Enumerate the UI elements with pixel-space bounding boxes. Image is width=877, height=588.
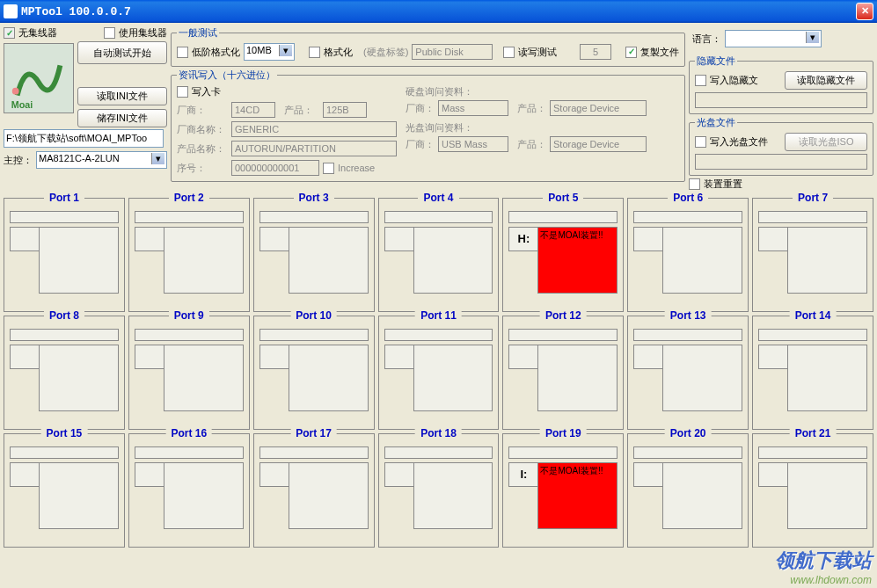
low-format-checkbox[interactable] — [177, 47, 188, 58]
hidden-path-input[interactable] — [695, 92, 867, 108]
port-11: Port 11 — [378, 316, 500, 430]
product-label: 产品： — [284, 104, 319, 117]
port-progress — [384, 211, 493, 223]
port-5: Port 5H:不是MOAI装置!! — [502, 198, 624, 312]
master-select[interactable]: MA8121C-A-2LUN — [36, 151, 167, 169]
port-title: Port 13 — [665, 309, 712, 322]
port-progress — [135, 329, 244, 341]
cd-product-label: 产品： — [517, 138, 546, 151]
port-status — [537, 345, 618, 411]
read-iso-button[interactable]: 读取光盘ISO — [785, 133, 867, 151]
port-status: 不是MOAI装置!! — [537, 462, 618, 529]
count-input[interactable] — [580, 44, 611, 60]
port-drive — [508, 345, 538, 369]
port-7: Port 7 — [752, 198, 873, 312]
cd-inquiry-label: 光盘询问资料： — [406, 121, 679, 134]
port-progress — [633, 211, 742, 223]
watermark: 领航下载站 www.lhdown.com — [775, 548, 872, 586]
port-20: Port 20 — [627, 433, 749, 548]
vendor-name-input[interactable] — [231, 121, 397, 137]
hdd-product-input[interactable] — [550, 100, 647, 116]
product-name-input[interactable] — [231, 141, 397, 156]
write-card-checkbox[interactable] — [177, 86, 188, 98]
port-drive — [259, 462, 289, 487]
port-status — [289, 227, 369, 294]
port-17: Port 17 — [253, 433, 375, 548]
close-button[interactable]: ✕ — [856, 3, 873, 20]
port-title: Port 8 — [44, 309, 84, 322]
port-title: Port 18 — [415, 427, 462, 439]
hdd-product-label: 产品： — [517, 102, 546, 115]
port-status — [662, 227, 742, 294]
hex-info-group: 资讯写入（十六进位） 写入卡 厂商： 产品： 厂商名称： — [171, 69, 685, 182]
use-hub-checkbox[interactable] — [104, 27, 115, 39]
vendor-input[interactable] — [231, 102, 275, 118]
port-status — [662, 462, 742, 529]
hdd-vendor-input[interactable] — [438, 100, 508, 116]
port-progress — [633, 446, 742, 459]
serial-label: 序号： — [177, 162, 228, 175]
port-progress — [633, 329, 742, 341]
port-progress — [259, 329, 369, 341]
cd-path-input[interactable] — [695, 154, 867, 170]
cd-vendor-input[interactable] — [438, 136, 508, 152]
size-select[interactable]: 10MB — [244, 43, 295, 61]
hdd-inquiry-label: 硬盘询问资料： — [406, 85, 679, 98]
read-hidden-button[interactable]: 读取隐藏文件 — [785, 71, 867, 90]
port-status — [289, 462, 369, 529]
language-select[interactable] — [725, 30, 822, 47]
port-status — [39, 345, 119, 411]
serial-input[interactable] — [231, 160, 319, 176]
cd-vendor-label: 厂商： — [406, 138, 435, 151]
port-status — [39, 462, 119, 529]
cd-files-legend: 光盘文件 — [695, 116, 737, 129]
port-10: Port 10 — [253, 316, 375, 430]
increase-checkbox[interactable] — [323, 163, 334, 174]
port-status — [164, 462, 244, 529]
save-ini-button[interactable]: 储存INI文件 — [77, 109, 167, 127]
port-drive — [758, 345, 788, 369]
product-input[interactable] — [323, 102, 367, 118]
port-title: Port 19 — [540, 427, 587, 439]
port-6: Port 6 — [627, 198, 749, 312]
rw-test-checkbox[interactable] — [503, 47, 515, 58]
copy-files-checkbox[interactable] — [625, 47, 637, 58]
auto-test-button[interactable]: 自动测试开始 — [77, 41, 167, 64]
port-title: Port 21 — [790, 427, 837, 439]
format-checkbox[interactable] — [309, 47, 320, 58]
svg-point-1 — [12, 88, 19, 95]
port-drive — [135, 227, 164, 251]
device-reset-checkbox[interactable] — [689, 178, 700, 190]
port-title: Port 10 — [290, 309, 337, 322]
logo-image: Moai — [4, 43, 74, 113]
port-progress — [384, 446, 493, 459]
port-drive: H: — [508, 227, 538, 251]
port-15: Port 15 — [4, 433, 125, 548]
copy-files-label: 复製文件 — [640, 46, 679, 59]
no-hub-label: 无集线器 — [18, 26, 57, 40]
read-ini-button[interactable]: 读取INI文件 — [77, 87, 167, 105]
port-grid: Port 1Port 2Port 3Port 4Port 5H:不是MOAI装置… — [4, 198, 873, 548]
port-title: Port 12 — [540, 309, 587, 322]
cd-product-input[interactable] — [550, 136, 647, 152]
port-status — [39, 227, 119, 294]
port-progress — [259, 211, 369, 223]
port-status — [787, 462, 867, 529]
language-label: 语言： — [692, 33, 721, 46]
port-status — [164, 227, 244, 294]
port-status — [787, 345, 867, 411]
port-drive — [758, 462, 788, 487]
port-21: Port 21 — [752, 433, 873, 548]
port-progress — [135, 211, 244, 223]
port-title: Port 3 — [294, 192, 334, 204]
port-title: Port 9 — [169, 309, 209, 322]
master-label: 主控： — [4, 154, 33, 167]
port-status — [164, 345, 244, 411]
port-19: Port 19I:不是MOAI装置!! — [502, 433, 624, 548]
general-test-legend: 一般测试 — [177, 26, 219, 40]
port-title: Port 5 — [543, 192, 583, 204]
write-cd-label: 写入光盘文件 — [710, 135, 768, 149]
write-cd-checkbox[interactable] — [695, 136, 706, 148]
disk-label-input[interactable] — [412, 44, 493, 60]
write-hidden-checkbox[interactable] — [695, 75, 706, 86]
